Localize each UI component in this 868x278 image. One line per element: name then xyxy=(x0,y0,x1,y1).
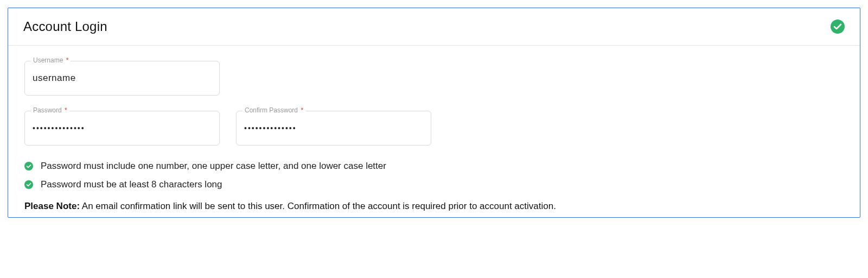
label-text: Confirm Password xyxy=(245,106,298,114)
label-text: Password xyxy=(33,106,62,114)
username-label: Username * xyxy=(31,56,71,64)
password-rule: Password must include one number, one up… xyxy=(24,161,844,172)
label-text: Username xyxy=(33,56,63,64)
password-field-wrapper: Password * xyxy=(24,111,220,146)
username-field-wrapper: Username * xyxy=(24,61,220,96)
rule-text: Password must include one number, one up… xyxy=(41,161,386,172)
account-login-panel: Account Login Username * Password * xyxy=(8,8,860,218)
password-label: Password * xyxy=(31,106,69,114)
row-passwords: Password * Confirm Password * xyxy=(24,111,844,146)
username-input[interactable] xyxy=(24,61,220,96)
required-indicator: * xyxy=(66,56,69,64)
required-indicator: * xyxy=(65,106,67,114)
note-text: Please Note: An email confirmation link … xyxy=(24,201,844,212)
password-input[interactable] xyxy=(24,111,220,146)
panel-header: Account Login xyxy=(8,8,860,46)
svg-point-1 xyxy=(24,162,33,170)
check-circle-icon xyxy=(24,180,33,189)
note-label: Please Note: xyxy=(24,201,80,211)
rule-text: Password must be at least 8 characters l… xyxy=(41,179,222,190)
status-complete-icon xyxy=(831,20,845,34)
svg-point-2 xyxy=(24,180,33,189)
svg-point-0 xyxy=(831,20,845,34)
required-indicator: * xyxy=(301,106,303,114)
password-rules-list: Password must include one number, one up… xyxy=(24,161,844,190)
row-username: Username * xyxy=(24,61,844,96)
confirm-password-field-wrapper: Confirm Password * xyxy=(236,111,431,146)
panel-title: Account Login xyxy=(23,19,107,34)
password-rule: Password must be at least 8 characters l… xyxy=(24,179,844,190)
note-body: An email confirmation link will be sent … xyxy=(80,201,556,211)
confirm-password-label: Confirm Password * xyxy=(242,106,305,114)
check-circle-icon xyxy=(24,162,33,170)
confirm-password-input[interactable] xyxy=(236,111,431,146)
panel-body: Username * Password * Confirm Password * xyxy=(8,46,860,217)
